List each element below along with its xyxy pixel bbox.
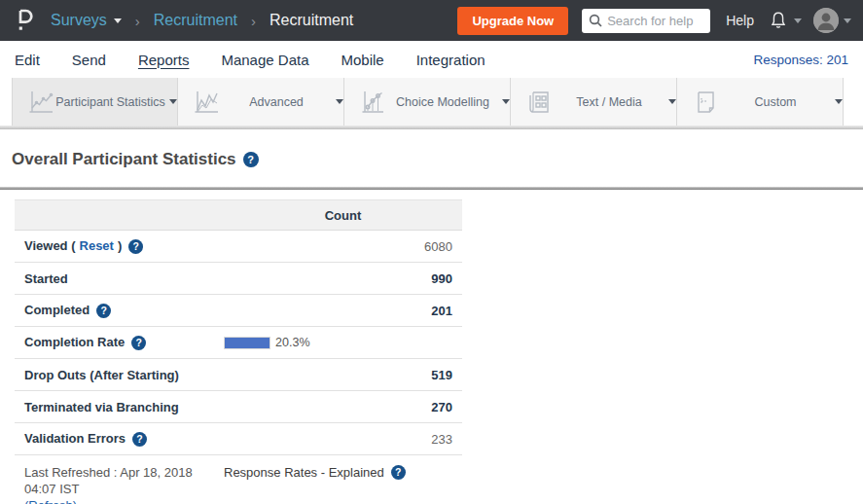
help-icon[interactable]: [391, 465, 406, 480]
row-validation-errors: Validation Errors 233: [15, 423, 462, 455]
participant-statistics-table: Count Viewed (Reset) 6080 Started 990 Co…: [15, 199, 462, 455]
last-refreshed-text: Last Refreshed : Apr 18, 2018 04:07 IST: [24, 465, 193, 496]
breadcrumb-separator: ›: [251, 13, 256, 29]
chevron-down-icon: [502, 99, 510, 104]
nav-item-send[interactable]: Send: [72, 52, 106, 68]
row-completion-rate: Completion Rate 20.3%: [15, 327, 462, 359]
row-value: 519: [224, 368, 462, 382]
row-value: 233: [224, 432, 462, 447]
row-label: Viewed (: [24, 238, 76, 253]
multi-line-chart-icon: [192, 88, 221, 117]
note-page-icon: [691, 88, 720, 117]
notifications-bell-icon[interactable]: [768, 9, 789, 32]
tab-label: Custom: [720, 95, 831, 109]
breadcrumb-survey-link[interactable]: Recruitment: [154, 12, 237, 29]
completion-rate-percent: 20.3%: [275, 336, 309, 349]
tab-label: Text / Media: [554, 95, 665, 109]
section-divider: [0, 187, 863, 190]
line-chart-icon: [26, 88, 55, 117]
row-label: Drop Outs (After Starting): [15, 368, 224, 382]
reset-link[interactable]: Reset: [80, 238, 114, 253]
surveys-dropdown[interactable]: Surveys: [51, 12, 122, 29]
breadcrumb: Surveys › Recruitment › Recruitment: [51, 12, 353, 29]
chevron-down-icon[interactable]: [794, 18, 802, 23]
row-value: 201: [224, 304, 462, 318]
row-completed: Completed 201: [15, 295, 462, 327]
report-tab-strip: Participant Statistics Advanced Choice M…: [0, 78, 863, 126]
row-label: Terminated via Branching: [15, 400, 224, 414]
row-label: Validation Errors: [24, 431, 126, 446]
tab-choice-modelling[interactable]: Choice Modelling: [344, 78, 511, 126]
survey-nav: Edit Send Reports Manage Data Mobile Int…: [0, 41, 863, 78]
chevron-down-icon[interactable]: [844, 18, 851, 23]
row-terminated: Terminated via Branching 270: [15, 391, 462, 423]
report-content: Overall Participant Statistics Count Vie…: [0, 129, 863, 504]
row-value: 6080: [224, 239, 462, 254]
responses-count: Responses: 201: [753, 53, 848, 67]
response-rates-explained-text: Response Rates - Explained: [224, 465, 384, 480]
breadcrumb-separator: ›: [135, 13, 140, 29]
row-value: 270: [224, 400, 462, 414]
surveys-label: Surveys: [51, 12, 107, 28]
help-icon[interactable]: [132, 432, 147, 447]
chevron-down-icon: [169, 99, 177, 104]
newspaper-icon: [524, 88, 554, 117]
count-column-header: Count: [224, 208, 462, 223]
table-footer: Last Refreshed : Apr 18, 2018 04:07 IST …: [15, 464, 863, 504]
tab-label: Advanced: [221, 95, 332, 109]
help-icon[interactable]: [131, 336, 146, 350]
top-bar: Surveys › Recruitment › Recruitment Upgr…: [0, 0, 863, 41]
completion-rate-bar: 20.3%: [224, 336, 454, 349]
row-label: Started: [15, 271, 224, 286]
tab-text-media[interactable]: Text / Media: [511, 78, 677, 126]
nav-item-reports[interactable]: Reports: [138, 52, 190, 68]
scatter-chart-icon: [358, 88, 387, 117]
user-avatar[interactable]: [813, 8, 839, 33]
chevron-down-icon: [835, 99, 843, 104]
tab-label: Choice Modelling: [387, 95, 498, 109]
row-viewed: Viewed (Reset) 6080: [15, 231, 462, 263]
row-label: Completed: [24, 303, 90, 317]
chevron-down-icon: [114, 18, 122, 23]
completion-rate-bar-fill: [224, 337, 270, 349]
tab-advanced[interactable]: Advanced: [178, 78, 344, 126]
help-icon[interactable]: [96, 304, 111, 318]
title-help-icon[interactable]: [243, 152, 259, 167]
nav-item-mobile[interactable]: Mobile: [342, 52, 384, 68]
row-started: Started 990: [15, 263, 462, 295]
tab-participant-statistics[interactable]: Participant Statistics: [12, 78, 178, 126]
chevron-down-icon: [668, 99, 676, 104]
row-value: 990: [224, 271, 462, 286]
breadcrumb-current-page: Recruitment: [270, 12, 353, 29]
table-header-row: Count: [15, 199, 462, 231]
refresh-link[interactable]: (Refresh): [24, 498, 77, 504]
nav-item-edit[interactable]: Edit: [15, 52, 40, 68]
help-icon[interactable]: [128, 239, 143, 254]
row-label-suffix: ): [118, 238, 122, 253]
questionpro-logo-icon[interactable]: [12, 6, 37, 35]
nav-item-integration[interactable]: Integration: [416, 52, 485, 68]
row-label: Completion Rate: [24, 335, 125, 349]
tab-label: Participant Statistics: [55, 95, 165, 109]
tab-custom[interactable]: Custom: [677, 78, 844, 126]
nav-item-manage-data[interactable]: Manage Data: [221, 52, 308, 68]
search-icon: [589, 14, 603, 28]
chevron-down-icon: [336, 99, 343, 104]
row-drop-outs: Drop Outs (After Starting) 519: [15, 359, 462, 391]
upgrade-now-button[interactable]: Upgrade Now: [457, 7, 568, 35]
help-link[interactable]: Help: [726, 13, 754, 28]
page-title: Overall Participant Statistics: [12, 150, 236, 169]
